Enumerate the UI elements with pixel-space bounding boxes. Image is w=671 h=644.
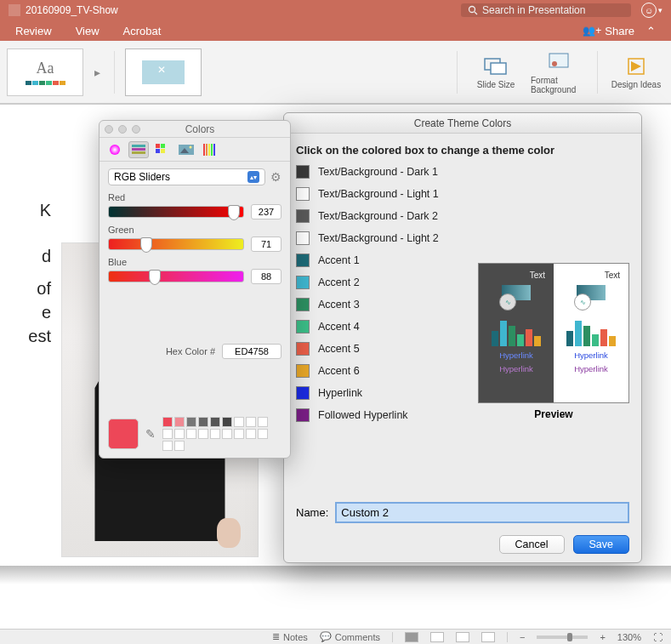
cancel-button[interactable]: Cancel — [499, 535, 565, 554]
current-color-swatch[interactable] — [108, 419, 139, 449]
theme-color-label: Accent 5 — [318, 343, 360, 355]
zoom-in-button[interactable]: + — [600, 632, 605, 642]
sliders-tab[interactable] — [128, 141, 149, 158]
recent-swatch[interactable] — [210, 417, 220, 427]
recent-swatch[interactable] — [234, 429, 244, 439]
search-input[interactable]: Search in Presentation — [461, 3, 631, 17]
theme-name-input[interactable] — [335, 502, 629, 523]
color-swatch[interactable] — [296, 298, 310, 311]
normal-view-button[interactable] — [405, 632, 418, 642]
share-icon: 👥+ — [583, 25, 601, 37]
zoom-out-button[interactable]: − — [520, 632, 525, 642]
recent-swatch[interactable] — [198, 429, 208, 439]
design-ideas-label: Design Ideas — [611, 80, 661, 89]
slider-mode-select[interactable]: RGB Sliders ▴▾ — [108, 168, 265, 185]
recent-swatch[interactable] — [210, 429, 220, 439]
collapse-ribbon-icon[interactable]: ⌃ — [646, 25, 656, 37]
theme-color-row[interactable]: Text/Background - Dark 2 — [296, 209, 629, 223]
window-controls[interactable] — [105, 125, 140, 134]
svg-point-7 — [110, 145, 120, 155]
color-swatch[interactable] — [296, 386, 310, 400]
recent-swatch[interactable] — [258, 429, 268, 439]
feedback-icon[interactable]: ☺ — [641, 3, 657, 18]
color-swatch[interactable] — [296, 254, 310, 267]
color-swatch[interactable] — [296, 187, 310, 201]
svg-rect-18 — [203, 144, 205, 156]
recent-swatches[interactable] — [162, 417, 273, 451]
feedback-chevron-icon[interactable]: ▾ — [658, 6, 662, 14]
recent-swatch[interactable] — [186, 417, 196, 427]
image-tab[interactable] — [176, 141, 196, 158]
color-swatch[interactable] — [296, 408, 310, 422]
preview-caption: Preview — [478, 408, 629, 420]
blue-value[interactable]: 88 — [251, 269, 281, 284]
recent-swatch[interactable] — [198, 417, 208, 427]
color-wheel-tab[interactable] — [105, 141, 125, 158]
color-swatch[interactable] — [296, 342, 310, 356]
theme-color-label: Accent 4 — [318, 321, 360, 333]
recent-swatch[interactable] — [186, 429, 196, 439]
dialog-title: Create Theme Colors — [284, 113, 641, 134]
svg-point-17 — [190, 145, 192, 148]
design-ideas-button[interactable]: Design Ideas — [608, 54, 664, 89]
pencils-tab[interactable] — [200, 141, 220, 158]
sorter-view-button[interactable] — [430, 632, 444, 642]
slide-size-icon — [484, 54, 508, 78]
color-swatch[interactable] — [296, 320, 310, 333]
red-value[interactable]: 237 — [251, 204, 281, 219]
slider-mode-label: RGB Sliders — [114, 171, 170, 183]
theme-color-row[interactable]: Text/Background - Light 1 — [296, 187, 629, 201]
share-label: Share — [605, 25, 634, 37]
svg-rect-22 — [213, 144, 215, 156]
theme-color-row[interactable]: Text/Background - Light 2 — [296, 231, 629, 245]
recent-swatch[interactable] — [222, 429, 232, 439]
zoom-value[interactable]: 130% — [617, 632, 641, 642]
palettes-tab[interactable] — [152, 141, 173, 158]
tab-view[interactable]: View — [76, 25, 100, 37]
zoom-slider[interactable] — [537, 635, 588, 639]
variant-thumbnail[interactable]: Aa — [7, 48, 83, 96]
theme-color-row[interactable]: Text/Background - Dark 1 — [296, 165, 629, 179]
color-swatch[interactable] — [296, 209, 310, 223]
recent-swatch[interactable] — [174, 417, 185, 427]
notes-icon: ≣ — [272, 631, 280, 642]
slide-size-button[interactable]: Slide Size — [468, 54, 524, 89]
red-slider[interactable] — [108, 206, 244, 218]
gear-icon[interactable]: ⚙ — [270, 170, 281, 184]
recent-swatch[interactable] — [258, 417, 268, 427]
save-button[interactable]: Save — [573, 535, 630, 554]
hex-input[interactable] — [222, 344, 281, 359]
variants-more-icon[interactable]: ▸ — [90, 66, 104, 79]
recent-swatch[interactable] — [162, 429, 173, 439]
format-background-button[interactable]: Format Background — [531, 50, 587, 94]
color-swatch[interactable] — [296, 364, 310, 378]
color-swatch[interactable] — [296, 276, 310, 289]
comments-button[interactable]: 💬Comments — [320, 631, 380, 642]
colors-panel: Colors RGB Sliders ▴▾ ⚙ Red 237 Green — [99, 120, 291, 459]
slide-layout-thumbnail[interactable]: ✕ — [125, 48, 202, 96]
recent-swatch[interactable] — [174, 429, 185, 439]
recent-swatch[interactable] — [162, 417, 173, 427]
recent-swatch[interactable] — [174, 441, 185, 451]
green-value[interactable]: 71 — [251, 237, 281, 252]
tab-acrobat[interactable]: Acrobat — [123, 25, 162, 37]
fit-to-window-button[interactable]: ⛶ — [653, 632, 662, 642]
notes-button[interactable]: ≣Notes — [272, 631, 308, 642]
slideshow-view-button[interactable] — [481, 632, 495, 642]
recent-swatch[interactable] — [222, 417, 232, 427]
svg-rect-12 — [161, 144, 165, 148]
color-swatch[interactable] — [296, 165, 310, 179]
color-swatch[interactable] — [296, 231, 310, 245]
blue-slider[interactable] — [108, 271, 244, 282]
share-button[interactable]: 👥+ Share ⌃ — [583, 25, 656, 37]
green-slider[interactable] — [108, 238, 244, 250]
theme-color-label: Accent 1 — [318, 254, 360, 266]
tab-review[interactable]: Review — [15, 25, 52, 37]
eyedropper-icon[interactable]: ✎ — [145, 427, 156, 441]
recent-swatch[interactable] — [162, 441, 173, 451]
reading-view-button[interactable] — [456, 632, 469, 642]
recent-swatch[interactable] — [234, 417, 244, 427]
recent-swatch[interactable] — [246, 429, 256, 439]
recent-swatch[interactable] — [246, 417, 256, 427]
svg-rect-3 — [491, 63, 506, 74]
